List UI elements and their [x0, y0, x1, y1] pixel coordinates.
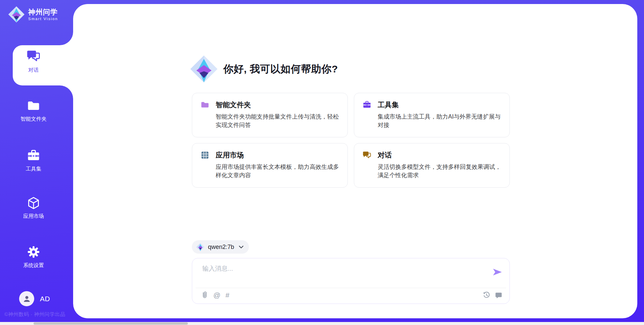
gear-icon	[26, 245, 41, 259]
card-title: 工具集	[378, 100, 399, 110]
composer-toolbar: @ #	[201, 291, 502, 299]
horizontal-scrollbar-track	[0, 322, 644, 325]
folder-icon	[201, 101, 209, 109]
sidebar-item-label: 工具集	[26, 166, 42, 173]
avatar[interactable]	[19, 291, 34, 306]
greeting-text: 你好, 我可以如何帮助你?	[223, 62, 338, 76]
attachment-icon[interactable]	[201, 291, 208, 299]
brand-subtitle: Smart Vision	[28, 17, 58, 21]
card-description: 应用市场提供丰富长文本模板，助力高效生成多样化文章内容	[216, 163, 339, 180]
sidebar-item-label: 应用市场	[23, 213, 44, 220]
card-description: 智能文件夹功能支持批量文件上传与清洗，轻松实现文件问答	[216, 113, 339, 130]
sidebar-item-settings[interactable]: 系统设置	[0, 245, 67, 269]
card-description: 灵活切换多模型文件，支持多样回复效果调试，满足个性化需求	[378, 163, 501, 180]
message-input[interactable]	[202, 264, 485, 284]
user-label: AD	[40, 295, 50, 303]
feature-cards: 智能文件夹 智能文件夹功能支持批量文件上传与清洗，轻松实现文件问答 工具集 集成…	[192, 93, 510, 188]
toolbox-icon	[363, 101, 371, 109]
copyright-text: ©神州数码 · 神州问学出品	[4, 311, 75, 318]
chat-icon	[363, 151, 371, 159]
card-smart-folder[interactable]: 智能文件夹 智能文件夹功能支持批量文件上传与清洗，轻松实现文件问答	[192, 93, 348, 137]
brand-diamond-icon	[190, 55, 218, 83]
model-name: qwen2:7b	[208, 244, 234, 251]
topic-icon[interactable]: #	[225, 291, 229, 299]
card-title: 智能文件夹	[216, 100, 251, 110]
card-description: 集成市场上主流工具，助力AI与外界无缝扩展与对接	[378, 113, 501, 130]
folder-icon	[27, 99, 40, 113]
chat-icon	[26, 49, 41, 63]
message-composer: @ #	[192, 258, 510, 304]
send-icon[interactable]	[493, 268, 502, 276]
card-title: 对话	[378, 150, 392, 160]
cube-icon	[27, 196, 40, 210]
user-account[interactable]: AD	[19, 291, 50, 306]
horizontal-scrollbar-thumb[interactable]	[34, 322, 188, 325]
grid-icon	[201, 151, 209, 159]
greeting: 你好, 我可以如何帮助你?	[190, 55, 338, 83]
brand-diamond-icon	[8, 6, 25, 23]
card-chat[interactable]: 对话 灵活切换多模型文件，支持多样回复效果调试，满足个性化需求	[354, 143, 510, 188]
sidebar-item-chat[interactable]: 对话	[0, 32, 73, 99]
model-selector[interactable]: qwen2:7b	[192, 240, 249, 254]
brand-logo: 神州问学 Smart Vision	[8, 6, 58, 23]
sidebar-item-smart-folder[interactable]: 智能文件夹	[0, 99, 67, 123]
toolbox-icon	[27, 149, 40, 162]
card-toolset[interactable]: 工具集 集成市场上主流工具，助力AI与外界无缝扩展与对接	[354, 93, 510, 137]
history-icon[interactable]	[483, 291, 490, 299]
brand-diamond-icon	[196, 243, 205, 251]
sidebar-item-toolset[interactable]: 工具集	[0, 149, 67, 173]
sidebar-item-label: 对话	[29, 67, 39, 74]
comment-icon[interactable]	[495, 291, 502, 299]
mention-icon[interactable]: @	[213, 291, 220, 299]
sidebar-item-label: 智能文件夹	[20, 116, 47, 123]
main-panel: 你好, 我可以如何帮助你? 智能文件夹 智能文件夹功能支持批量文件上传与清洗，轻…	[73, 4, 637, 318]
brand-name: 神州问学	[28, 8, 58, 16]
sidebar-item-app-market[interactable]: 应用市场	[0, 196, 67, 220]
composer-divider	[196, 288, 506, 288]
card-title: 应用市场	[216, 150, 244, 160]
card-app-market[interactable]: 应用市场 应用市场提供丰富长文本模板，助力高效生成多样化文章内容	[192, 143, 348, 188]
sidebar-item-label: 系统设置	[23, 262, 44, 269]
chevron-down-icon	[239, 246, 244, 249]
